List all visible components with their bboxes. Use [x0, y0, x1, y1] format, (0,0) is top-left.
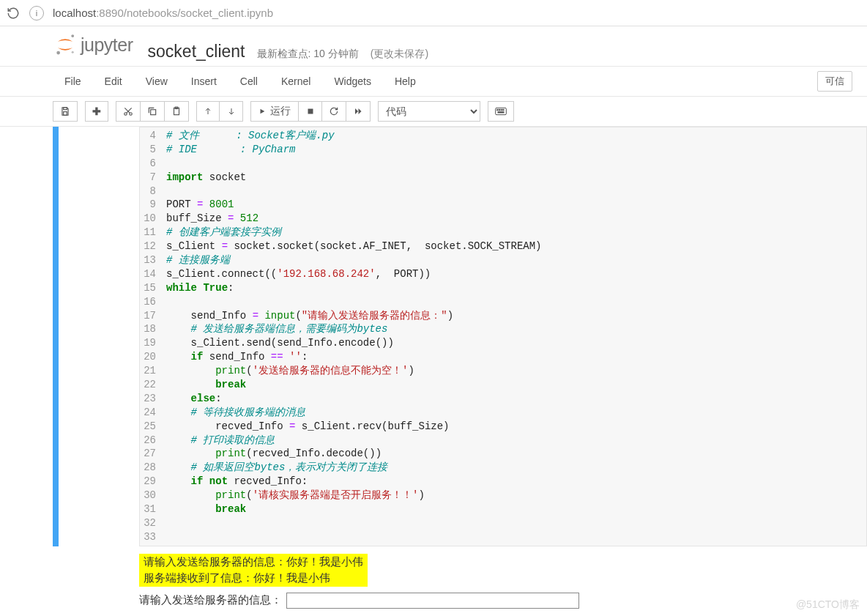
- paste-button[interactable]: [165, 101, 189, 122]
- insert-cell-button[interactable]: ✚: [85, 101, 108, 122]
- code-line[interactable]: 29 if not recved_Info:: [140, 475, 866, 489]
- code-line[interactable]: 4# 文件 : Socket客户端.py: [140, 129, 866, 143]
- url[interactable]: localhost:8890/notebooks/socket_client.i…: [53, 7, 273, 19]
- line-number: 33: [140, 530, 166, 544]
- copy-button[interactable]: [141, 101, 165, 122]
- code-line[interactable]: 21 print('发送给服务器的信息不能为空！'): [140, 364, 866, 378]
- line-number: 32: [140, 516, 166, 530]
- stdout-highlight: 请输入发送给服务器的信息：你好！我是小伟 服务端接收到了信息：你好！我是小伟: [139, 554, 368, 587]
- code-line[interactable]: 18 # 发送给服务器端信息，需要编码为bytes: [140, 322, 866, 336]
- svg-rect-13: [499, 109, 499, 110]
- notebook-area: 4# 文件 : Socket客户端.py5# IDE : PyCharm67im…: [0, 127, 867, 609]
- code-line[interactable]: 12s_Client = socket.socket(socket.AF_INE…: [140, 240, 866, 253]
- code-line[interactable]: 17 send_Info = input("请输入发送给服务器的信息："): [140, 309, 866, 323]
- menu-insert[interactable]: Insert: [179, 71, 228, 92]
- code-line[interactable]: 19 s_Client.send(send_Info.encode()): [140, 336, 866, 350]
- code-line[interactable]: 22 break: [140, 378, 866, 392]
- run-button-label: 运行: [270, 105, 291, 118]
- menu-view[interactable]: View: [134, 71, 179, 92]
- line-number: 20: [140, 350, 166, 364]
- code-line[interactable]: 14s_Client.connect(('192.168.68.242', PO…: [140, 267, 866, 281]
- menu-widgets[interactable]: Widgets: [322, 71, 383, 92]
- run-button[interactable]: 运行: [250, 101, 299, 122]
- logo-text: jupyter: [81, 34, 133, 56]
- line-number: 16: [140, 295, 166, 309]
- restart-button[interactable]: [322, 101, 346, 122]
- code-line[interactable]: 25 recved_Info = s_Client.recv(buff_Size…: [140, 420, 866, 434]
- code-line[interactable]: 31 break: [140, 502, 866, 516]
- code-line[interactable]: 9PORT = 8001: [140, 198, 866, 212]
- move-up-button[interactable]: [196, 101, 220, 122]
- cell-selected-bar: [53, 127, 59, 546]
- code-line[interactable]: 16: [140, 295, 866, 309]
- stdin-input[interactable]: [286, 593, 579, 609]
- svg-rect-3: [64, 108, 67, 110]
- svg-rect-16: [498, 112, 504, 113]
- code-line[interactable]: 15while True:: [140, 281, 866, 295]
- line-number: 10: [140, 212, 166, 226]
- line-number: 15: [140, 281, 166, 295]
- line-number: 24: [140, 406, 166, 420]
- command-palette-button[interactable]: [488, 101, 514, 122]
- line-number: 8: [140, 185, 166, 198]
- menu-file[interactable]: File: [53, 71, 93, 92]
- code-cell[interactable]: 4# 文件 : Socket客户端.py5# IDE : PyCharm67im…: [53, 127, 867, 546]
- svg-point-2: [72, 51, 74, 53]
- toolbar: ✚ 运行: [0, 97, 867, 127]
- code-line[interactable]: 10buff_Size = 512: [140, 212, 866, 226]
- notebook-name[interactable]: socket_client: [148, 42, 245, 62]
- line-number: 4: [140, 129, 166, 143]
- info-icon[interactable]: i: [29, 6, 44, 21]
- line-number: 14: [140, 267, 166, 281]
- jupyter-logo[interactable]: jupyter: [53, 32, 133, 57]
- checkpoint-status: 最新检查点: 10 分钟前: [257, 48, 359, 61]
- cut-button[interactable]: [116, 101, 141, 122]
- celltype-select[interactable]: 代码: [378, 101, 480, 122]
- code-line[interactable]: 5# IDE : PyCharm: [140, 143, 866, 157]
- output-area: 请输入发送给服务器的信息：你好！我是小伟 服务端接收到了信息：你好！我是小伟 请…: [59, 546, 867, 609]
- restart-run-all-button[interactable]: [346, 101, 371, 122]
- code-line[interactable]: 27 print(recved_Info.decode()): [140, 447, 866, 461]
- move-down-button[interactable]: [220, 101, 243, 122]
- interrupt-button[interactable]: [299, 101, 322, 122]
- line-number: 23: [140, 392, 166, 406]
- code-line[interactable]: 30 print('请核实服务器端是否开启服务！！'): [140, 489, 866, 502]
- autosave-status: (更改未保存): [371, 48, 428, 61]
- stdin-prompt-label: 请输入发送给服务器的信息：: [139, 593, 282, 607]
- watermark: @51CTO博客: [796, 598, 860, 612]
- stdin-prompt-row: 请输入发送给服务器的信息：: [139, 593, 867, 609]
- line-number: 25: [140, 420, 166, 434]
- menu-cell[interactable]: Cell: [228, 71, 269, 92]
- code-line[interactable]: 11# 创建客户端套接字实例: [140, 226, 866, 240]
- save-button[interactable]: [53, 101, 78, 122]
- svg-rect-14: [501, 109, 502, 110]
- svg-point-0: [71, 34, 74, 37]
- line-number: 7: [140, 171, 166, 185]
- menu-kernel[interactable]: Kernel: [269, 71, 322, 92]
- code-editor[interactable]: 4# 文件 : Socket客户端.py5# IDE : PyCharm67im…: [139, 127, 867, 546]
- code-line[interactable]: 6: [140, 157, 866, 171]
- code-line[interactable]: 13# 连接服务端: [140, 253, 866, 267]
- trusted-indicator[interactable]: 可信: [817, 71, 852, 92]
- code-line[interactable]: 23 else:: [140, 392, 866, 406]
- line-number: 5: [140, 143, 166, 157]
- line-number: 13: [140, 253, 166, 267]
- output-line: 服务端接收到了信息：你好！我是小伟: [144, 570, 363, 587]
- line-number: 17: [140, 309, 166, 323]
- code-line[interactable]: 26 # 打印读取的信息: [140, 434, 866, 448]
- code-line[interactable]: 28 # 如果返回空bytes，表示对方关闭了连接: [140, 461, 866, 475]
- menu-help[interactable]: Help: [383, 71, 428, 92]
- reload-icon[interactable]: [6, 6, 21, 21]
- code-line[interactable]: 8: [140, 185, 866, 198]
- line-number: 28: [140, 461, 166, 475]
- code-line[interactable]: 33: [140, 530, 866, 544]
- code-line[interactable]: 24 # 等待接收服务端的消息: [140, 406, 866, 420]
- line-number: 27: [140, 447, 166, 461]
- code-line[interactable]: 32: [140, 516, 866, 530]
- svg-rect-10: [308, 109, 313, 114]
- line-number: 11: [140, 226, 166, 240]
- code-line[interactable]: 20 if send_Info == '':: [140, 350, 866, 364]
- code-line[interactable]: 7import socket: [140, 171, 866, 185]
- svg-rect-12: [497, 109, 498, 110]
- menu-edit[interactable]: Edit: [93, 71, 134, 92]
